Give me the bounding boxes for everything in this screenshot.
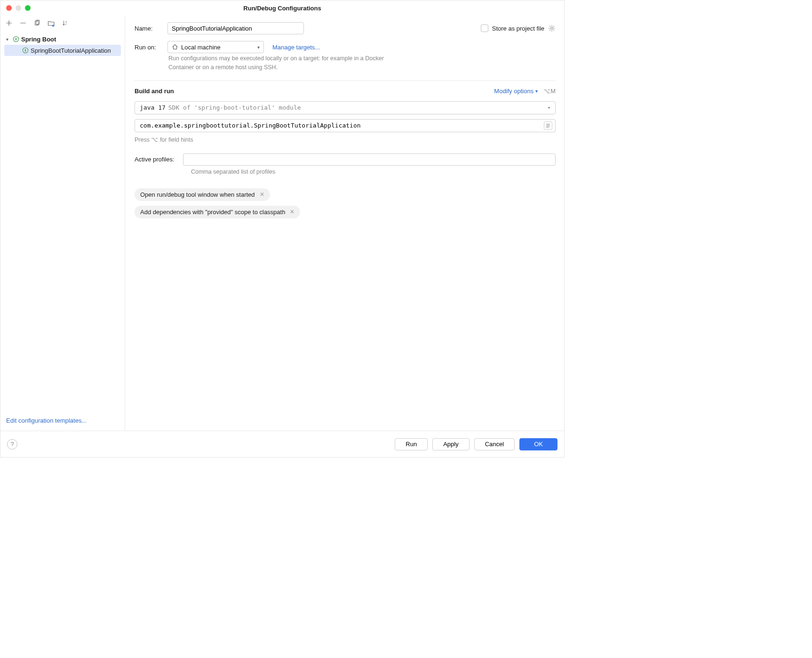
- jdk-secondary: SDK of 'spring-boot-tutorial' module: [168, 104, 301, 111]
- window-controls: [0, 5, 31, 11]
- close-window-icon[interactable]: [6, 5, 12, 11]
- titlebar: Run/Debug Configurations: [0, 0, 564, 16]
- chip-provided-scope[interactable]: Add dependencies with "provided" scope t…: [135, 206, 300, 218]
- add-icon[interactable]: [5, 19, 13, 27]
- spring-boot-icon: [13, 36, 19, 42]
- profiles-row: Active profiles:: [135, 153, 556, 166]
- modify-options-label: Modify options: [494, 88, 533, 95]
- help-button[interactable]: ?: [7, 439, 17, 449]
- content-panel: Name: Store as project file Run on: Loca…: [125, 16, 564, 431]
- profiles-label: Active profiles:: [135, 156, 175, 163]
- close-icon[interactable]: ✕: [260, 191, 264, 198]
- edit-templates-link[interactable]: Edit configuration templates...: [6, 417, 87, 424]
- remove-icon[interactable]: [19, 19, 27, 27]
- store-checkbox[interactable]: [481, 24, 488, 32]
- gear-icon[interactable]: [548, 24, 556, 32]
- manage-targets-link[interactable]: Manage targets...: [272, 44, 320, 51]
- build-run-header: Build and run Modify options ▾ ⌥M: [135, 88, 556, 95]
- run-button[interactable]: Run: [395, 438, 428, 450]
- chevron-down-icon: ▾: [535, 88, 538, 94]
- copy-icon[interactable]: [33, 19, 41, 27]
- sidebar-bottom: Edit configuration templates...: [0, 412, 125, 431]
- runon-label: Run on:: [135, 44, 159, 51]
- profiles-note: Comma separated list of profiles: [191, 169, 556, 175]
- home-icon: [172, 44, 178, 50]
- tree-item-label: SpringBootTutorialApplication: [31, 47, 111, 54]
- cancel-button[interactable]: Cancel: [474, 438, 515, 450]
- runon-value: Local machine: [181, 44, 255, 51]
- svg-text:z: z: [65, 23, 67, 25]
- chip-label: Open run/debug tool window when started: [140, 191, 255, 198]
- chip-open-tool-window[interactable]: Open run/debug tool window when started …: [135, 188, 270, 201]
- tree-category-spring-boot[interactable]: ▾ Spring Boot: [0, 33, 125, 45]
- chip-label: Add dependencies with "provided" scope t…: [140, 209, 285, 216]
- main-area: az ▾ Spring Boot SpringBootTutorialAppli…: [0, 16, 564, 431]
- chevron-down-icon: ▾: [548, 105, 550, 110]
- divider: [135, 80, 556, 81]
- store-label: Store as project file: [492, 25, 544, 32]
- name-label: Name:: [135, 25, 159, 32]
- runon-combo[interactable]: Local machine ▾: [167, 41, 264, 53]
- section-title: Build and run: [135, 88, 174, 95]
- spring-boot-icon: [22, 47, 29, 54]
- field-hint: Press ⌥ for field hints: [135, 136, 556, 143]
- config-tree[interactable]: ▾ Spring Boot SpringBootTutorialApplicat…: [0, 31, 125, 412]
- sort-icon[interactable]: az: [62, 19, 69, 27]
- chevron-down-icon: ▾: [257, 45, 260, 50]
- options-chips: Open run/debug tool window when started …: [135, 188, 556, 218]
- browse-class-icon[interactable]: [544, 121, 552, 130]
- jdk-combo[interactable]: java 17 SDK of 'spring-boot-tutorial' mo…: [135, 101, 556, 114]
- chevron-down-icon: ▾: [6, 37, 11, 42]
- footer: ? Run Apply Cancel OK: [0, 431, 564, 457]
- name-row: Name: Store as project file: [135, 22, 556, 34]
- main-class-input[interactable]: [140, 122, 541, 129]
- tree-category-label: Spring Boot: [21, 36, 56, 43]
- store-as-project-file: Store as project file: [481, 24, 556, 32]
- tree-item-springboottutorialapplication[interactable]: SpringBootTutorialApplication: [4, 45, 121, 56]
- sidebar-toolbar: az: [0, 16, 125, 31]
- minimize-window-icon[interactable]: [16, 5, 21, 11]
- maximize-window-icon[interactable]: [25, 5, 31, 11]
- profiles-input[interactable]: [183, 153, 556, 166]
- modify-options-shortcut: ⌥M: [543, 88, 556, 95]
- apply-button[interactable]: Apply: [432, 438, 470, 450]
- folder-add-icon[interactable]: [48, 19, 55, 27]
- ok-button[interactable]: OK: [519, 438, 557, 450]
- runon-row: Run on: Local machine ▾ Manage targets..…: [135, 41, 556, 53]
- name-input[interactable]: [167, 22, 304, 34]
- sidebar: az ▾ Spring Boot SpringBootTutorialAppli…: [0, 16, 125, 431]
- runon-note: Run configurations may be executed local…: [168, 54, 404, 72]
- svg-point-6: [551, 27, 553, 29]
- main-class-input-wrap: [135, 119, 556, 132]
- dialog-title: Run/Debug Configurations: [243, 5, 321, 12]
- modify-options-link[interactable]: Modify options ▾: [494, 88, 538, 95]
- close-icon[interactable]: ✕: [290, 209, 295, 215]
- jdk-primary: java 17: [140, 104, 166, 111]
